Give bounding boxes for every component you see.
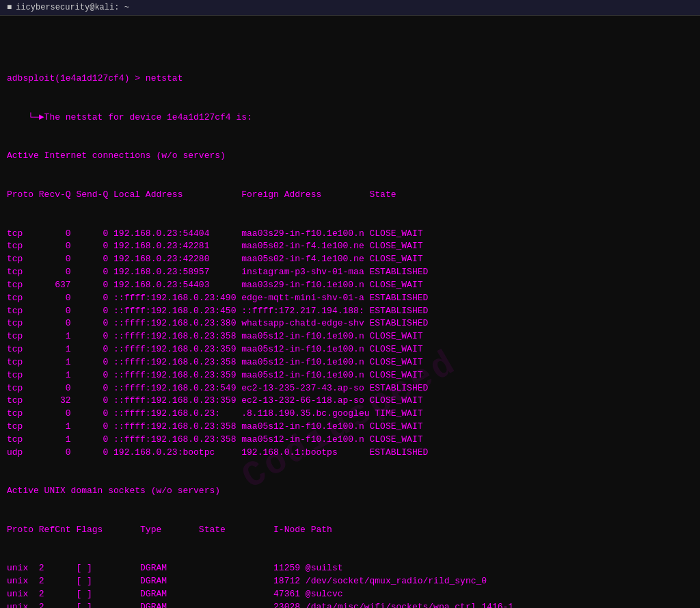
prompt-user: adbsploit (7, 73, 55, 83)
section2-header: Active UNIX domain sockets (w/o servers) (7, 485, 693, 498)
section1-header: Active Internet connections (w/o servers… (7, 150, 693, 163)
prompt-line: adbsploit(1e4a1d127cf4) > netstat (7, 72, 693, 85)
table-row: unix 2 [ ] DGRAM 18712 /dev/socket/qmux_… (7, 575, 693, 588)
table-row: tcp 32 0 ::ffff:192.168.0.23:359 ec2-13-… (7, 395, 693, 408)
unix-rows: unix 2 [ ] DGRAM 11259 @suilstunix 2 [ ]… (7, 562, 693, 608)
title-text: iicybersecurity@kali: ~ (16, 3, 129, 12)
table-row: tcp 1 0 ::ffff:192.168.0.23:358 maa05s12… (7, 421, 693, 434)
table-row: tcp 637 0 192.168.0.23:54403 maa03s29-in… (7, 279, 693, 292)
title-bar: ■ iicybersecurity@kali: ~ (0, 0, 700, 16)
tcp-rows: tcp 0 0 192.168.0.23:54404 maa03s29-in-f… (7, 228, 693, 460)
table-row: tcp 0 0 ::ffff:192.168.0.23:549 ec2-13-2… (7, 382, 693, 395)
table-row: tcp 0 0 ::ffff:192.168.0.23:450 ::ffff:1… (7, 305, 693, 318)
terminal-icon: ■ (7, 3, 12, 12)
table-row: tcp 0 0 192.168.0.23:54404 maa03s29-in-f… (7, 228, 693, 241)
table-row: tcp 0 0 192.168.0.23:42281 maa05s02-in-f… (7, 240, 693, 253)
table-row: tcp 0 0 ::ffff:192.168.0.23:380 whatsapp… (7, 317, 693, 330)
table-row: unix 2 [ ] DGRAM 23028 /data/misc/wifi/s… (7, 601, 693, 608)
table-row: tcp 1 0 ::ffff:192.168.0.23:358 maa05s12… (7, 330, 693, 343)
table-row: tcp 1 0 ::ffff:192.168.0.23:358 maa05s12… (7, 356, 693, 369)
unix-column-headers: Proto RefCnt Flags Type State I-Node Pat… (7, 524, 693, 537)
table-row: tcp 1 0 ::ffff:192.168.0.23:359 maa05s12… (7, 369, 693, 382)
prompt-device: (1e4a1d127cf4) (55, 73, 129, 83)
table-row: unix 2 [ ] DGRAM 11259 @suilst (7, 562, 693, 575)
table-row: tcp 0 0 192.168.0.23:42280 maa05s02-in-f… (7, 253, 693, 266)
terminal-body: Codiuspeed adbsploit(1e4a1d127cf4) > net… (0, 16, 700, 608)
table-row: unix 2 [ ] DGRAM 47361 @sulcvc (7, 588, 693, 601)
prompt-command: > netstat (129, 73, 183, 83)
table-row: udp 0 0 192.168.0.23:bootpc 192.168.0.1:… (7, 447, 693, 460)
table-row: tcp 1 0 ::ffff:192.168.0.23:359 maa05s12… (7, 343, 693, 356)
table-row: tcp 0 0 192.168.0.23:58957 instagram-p3-… (7, 266, 693, 279)
column-headers: Proto Recv-Q Send-Q Local Address Foreig… (7, 189, 693, 202)
table-row: tcp 0 0 ::ffff:192.168.0.23: .8.118.190.… (7, 408, 693, 421)
table-row: tcp 1 0 ::ffff:192.168.0.23:358 maa05s12… (7, 434, 693, 447)
table-row: tcp 0 0 ::ffff:192.168.0.23:490 edge-mqt… (7, 292, 693, 305)
arrow-line: └─►The netstat for device 1e4a1d127cf4 i… (7, 111, 693, 124)
